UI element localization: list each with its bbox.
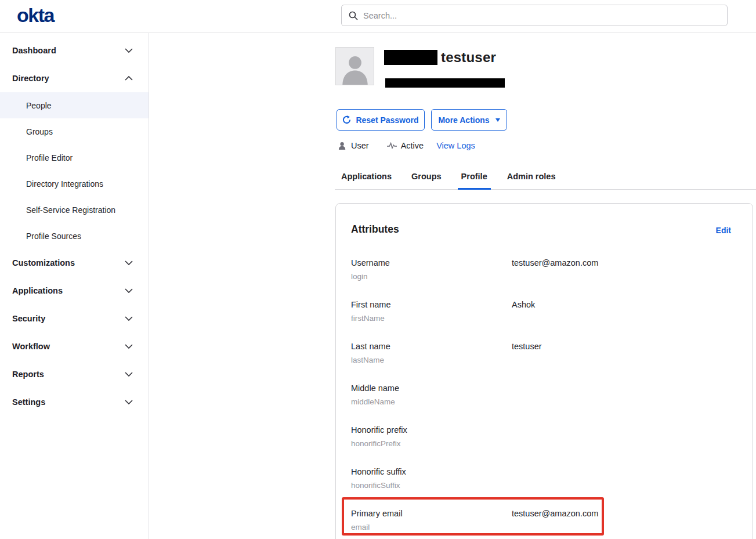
app-header: okta (0, 0, 756, 33)
tab-profile[interactable]: Profile (458, 172, 491, 190)
reset-password-label: Reset Password (356, 115, 418, 125)
view-logs-link[interactable]: View Logs (436, 141, 475, 150)
attribute-rows: Username login testuser@amazon.com First… (336, 258, 753, 539)
user-display-name: testuser (441, 49, 496, 66)
status-badge: Active (387, 141, 424, 150)
sidebar-item-dashboard[interactable]: Dashboard (0, 37, 149, 64)
attribute-row-honorific-prefix: Honorific prefix honorificPrefix (336, 425, 753, 467)
attribute-key: firstName (351, 314, 385, 323)
refresh-icon (342, 115, 351, 124)
tab-applications[interactable]: Applications (338, 172, 395, 190)
attribute-row-honorific-suffix: Honorific suffix honorificSuffix (336, 467, 753, 509)
global-search[interactable] (341, 5, 728, 26)
sidebar-item-profile-editor[interactable]: Profile Editor (0, 144, 149, 171)
okta-logo[interactable]: okta (17, 4, 54, 27)
more-actions-button[interactable]: More Actions (431, 109, 507, 131)
sidebar-item-settings[interactable]: Settings (0, 388, 149, 416)
sidebar-item-label: Directory (12, 74, 49, 83)
search-input[interactable] (363, 11, 720, 20)
attributes-card: Attributes Edit Username login testuser@… (335, 203, 753, 539)
attribute-row-first-name: First name firstName Ashok (336, 300, 753, 342)
attribute-row-username: Username login testuser@amazon.com (336, 258, 753, 300)
sidebar-item-applications[interactable]: Applications (0, 277, 149, 305)
chevron-down-icon (125, 261, 133, 265)
attributes-card-title: Attributes (351, 223, 399, 236)
attribute-label: Honorific prefix (351, 425, 407, 435)
sidebar-item-label: Directory Integrations (26, 179, 103, 189)
attribute-label: Username (351, 258, 390, 267)
sidebar-item-label: Security (12, 314, 45, 323)
attribute-key: email (351, 523, 370, 531)
sidebar-item-groups[interactable]: Groups (0, 118, 149, 144)
attribute-label: Middle name (351, 384, 399, 393)
sidebar-item-label: Profile Editor (26, 153, 73, 162)
reset-password-button[interactable]: Reset Password (337, 109, 425, 131)
sidebar-item-self-service-registration[interactable]: Self-Service Registration (0, 197, 149, 223)
attribute-label: First name (351, 300, 391, 309)
attribute-value: Ashok (512, 300, 535, 309)
attribute-value: testuser (512, 342, 542, 351)
sidebar-item-label: Profile Sources (26, 231, 81, 241)
sidebar-item-label: Dashboard (12, 46, 56, 55)
sidebar-item-label: People (26, 101, 52, 110)
attribute-key: middleName (351, 397, 395, 406)
tab-admin-roles[interactable]: Admin roles (504, 172, 559, 190)
sidebar-item-directory-integrations[interactable]: Directory Integrations (0, 171, 149, 197)
chevron-down-icon (125, 288, 133, 293)
attribute-row-middle-name: Middle name middleName (336, 384, 753, 425)
attribute-row-primary-email: Primary email email testuser@amazon.com (336, 509, 753, 539)
sidebar-item-label: Customizations (12, 258, 75, 267)
sidebar-item-reports[interactable]: Reports (0, 360, 149, 388)
main-content: testuser Reset Password More Actions Use… (149, 33, 756, 539)
sidebar-item-label: Workflow (12, 342, 50, 351)
attribute-key: login (351, 272, 368, 281)
edit-attributes-link[interactable]: Edit (716, 226, 731, 235)
chevron-down-icon (125, 48, 133, 53)
sidebar-item-label: Settings (12, 397, 45, 407)
attribute-label: Honorific suffix (351, 467, 406, 476)
sidebar-item-label: Self-Service Registration (26, 205, 115, 215)
sidebar-item-label: Reports (12, 370, 44, 379)
attribute-value: testuser@amazon.com (512, 258, 598, 267)
attribute-value: testuser@amazon.com (512, 509, 598, 518)
caret-down-icon (495, 118, 500, 122)
redacted-email-block (385, 78, 505, 88)
attribute-label: Last name (351, 342, 390, 351)
attribute-row-last-name: Last name lastName testuser (336, 342, 753, 384)
sidebar-item-label: Groups (26, 127, 53, 136)
tab-groups[interactable]: Groups (408, 172, 445, 190)
user-type-badge: User (338, 141, 369, 150)
sidebar-item-directory[interactable]: Directory (0, 64, 149, 92)
attribute-label: Primary email (351, 509, 403, 518)
attribute-key: honorificSuffix (351, 481, 400, 490)
chevron-down-icon (125, 372, 133, 377)
chevron-down-icon (125, 316, 133, 321)
person-silhouette-icon (338, 51, 372, 85)
sidebar-item-profile-sources[interactable]: Profile Sources (0, 223, 149, 249)
user-avatar (335, 47, 374, 85)
chevron-down-icon (125, 400, 133, 404)
sidebar-item-customizations[interactable]: Customizations (0, 249, 149, 277)
user-icon (338, 142, 347, 150)
redacted-first-name-block (384, 50, 437, 65)
attribute-key: lastName (351, 356, 384, 364)
chevron-down-icon (125, 344, 133, 349)
sidebar-item-label: Applications (12, 286, 63, 295)
search-icon (349, 11, 358, 20)
pulse-icon (387, 142, 397, 149)
sidebar-item-workflow[interactable]: Workflow (0, 332, 149, 360)
user-status-row: User Active View Logs (338, 140, 475, 151)
chevron-up-icon (125, 76, 133, 81)
sidebar-item-security[interactable]: Security (0, 305, 149, 332)
user-type-label: User (351, 141, 369, 150)
status-label: Active (401, 141, 424, 150)
more-actions-label: More Actions (438, 115, 489, 125)
profile-tabs: Applications Groups Profile Admin roles (338, 172, 559, 190)
sidebar-nav: Dashboard Directory People Groups Profil… (0, 33, 149, 539)
attribute-key: honorificPrefix (351, 439, 401, 448)
sidebar-item-people[interactable]: People (0, 92, 149, 118)
